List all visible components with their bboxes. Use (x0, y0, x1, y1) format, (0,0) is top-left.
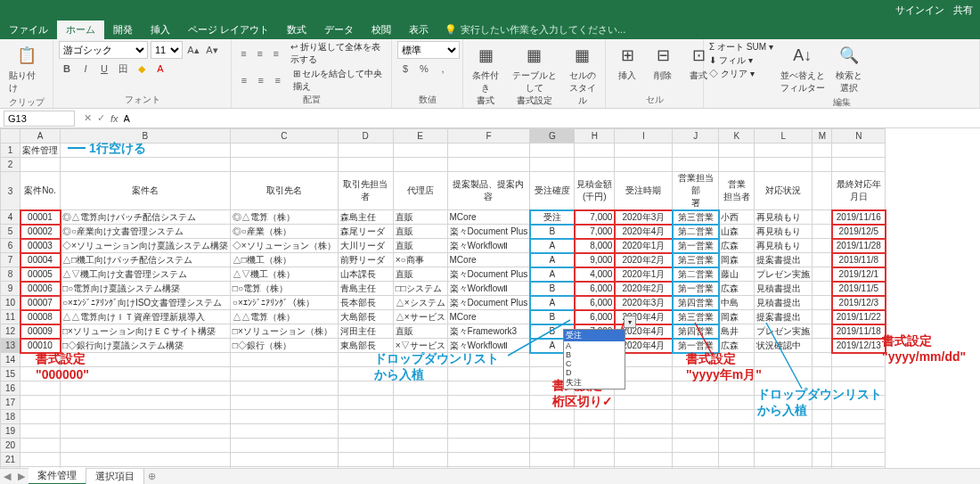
cell[interactable]: 状況確認中 (755, 339, 813, 353)
cell[interactable] (393, 410, 447, 424)
cell[interactable]: B (530, 225, 575, 239)
cell[interactable] (61, 367, 231, 381)
cell[interactable]: 直販 (393, 210, 447, 225)
cell[interactable] (813, 310, 832, 324)
cell[interactable] (813, 396, 832, 410)
cell[interactable] (813, 453, 832, 467)
cell[interactable]: □□システム (393, 282, 447, 296)
cell[interactable]: ◎△電算向けパッチ配信システム (61, 210, 231, 225)
cell[interactable]: 広森 (719, 282, 755, 296)
row-header[interactable]: 4 (1, 210, 20, 225)
column-header-cell[interactable]: 代理店 (393, 172, 447, 210)
cell[interactable]: ◎○産業（株） (230, 225, 338, 239)
cell[interactable] (755, 367, 813, 381)
cell[interactable]: 2019/11/28 (832, 239, 886, 253)
cell[interactable] (393, 353, 447, 367)
cell[interactable]: 2019/11/22 (832, 310, 886, 324)
cell[interactable]: □○電算向け稟議システム構築 (61, 282, 231, 296)
cell[interactable] (338, 353, 393, 367)
cell[interactable]: △×サービス (393, 310, 447, 324)
cell[interactable] (575, 439, 615, 453)
row-header[interactable]: 7 (1, 253, 20, 267)
tab-dev[interactable]: 開発 (104, 21, 142, 39)
cell[interactable]: 小西 (719, 210, 755, 225)
cell[interactable]: 楽々Document Plus (447, 225, 530, 239)
cell[interactable] (832, 439, 886, 453)
align-top-icon[interactable]: ≡ (237, 45, 250, 62)
col-header-A[interactable]: A (20, 129, 61, 144)
sort-filter-button[interactable]: A↓並べ替えと フィルター (777, 41, 829, 96)
cell[interactable] (447, 367, 530, 381)
cell[interactable]: 藤山 (719, 267, 755, 282)
cell[interactable] (393, 381, 447, 396)
cell[interactable] (673, 453, 719, 467)
col-header-F[interactable]: F (447, 129, 530, 144)
cell[interactable] (673, 367, 719, 381)
cell[interactable]: 第三営業 (673, 310, 719, 324)
cell[interactable] (20, 453, 61, 467)
cell[interactable]: △□機工向けパッチ配信システム (61, 253, 231, 267)
percent-icon[interactable]: % (416, 61, 432, 77)
cell[interactable]: 8,000 (575, 239, 615, 253)
cell[interactable]: 楽々WorkflowⅡ (447, 282, 530, 296)
cell[interactable] (813, 324, 832, 339)
cell[interactable]: □×ソリューション（株） (230, 324, 338, 339)
cell[interactable] (832, 424, 886, 439)
tab-view[interactable]: 表示 (400, 21, 437, 39)
col-header-K[interactable]: K (719, 129, 755, 144)
delete-cells-button[interactable]: ⊟削除 (647, 41, 679, 84)
cell[interactable] (447, 381, 530, 396)
table-format-button[interactable]: ▦テーブルとして 書式設定 (507, 41, 562, 109)
tab-formula[interactable]: 数式 (278, 21, 315, 39)
cell[interactable]: 大川リーダ (338, 239, 393, 253)
cell[interactable]: 大島部長 (338, 310, 393, 324)
column-header-cell[interactable]: 対応状況 (755, 172, 813, 210)
cell[interactable] (813, 282, 832, 296)
fx-icon[interactable]: fx (110, 113, 118, 124)
row-header[interactable]: 3 (1, 172, 20, 210)
tell-me[interactable]: 💡 実行したい作業を入力してください... (437, 21, 633, 39)
cell[interactable] (61, 396, 231, 410)
cell[interactable] (615, 439, 673, 453)
worksheet-grid[interactable]: ABCDEFGHIJKLMN1案件管理23案件No.案件名取引先名取引先担当者代… (0, 128, 980, 468)
decrease-font-icon[interactable]: A▾ (204, 42, 220, 58)
cell[interactable] (338, 381, 393, 396)
cell[interactable]: 森尾リーダ (338, 225, 393, 239)
cell[interactable]: 00007 (20, 296, 61, 310)
column-header-cell[interactable]: 最終対応年 月日 (832, 172, 886, 210)
cell[interactable] (530, 396, 575, 410)
dropdown-option[interactable]: D (564, 368, 625, 377)
new-sheet-button[interactable]: ⊕ (144, 471, 159, 482)
dropdown-option[interactable]: 受注 (564, 330, 625, 341)
cell[interactable]: B (530, 282, 575, 296)
cell[interactable] (230, 410, 338, 424)
cell[interactable]: 6,000 (575, 310, 615, 324)
cell[interactable] (813, 439, 832, 453)
cell[interactable]: □◇銀行（株） (230, 339, 338, 353)
column-header-cell[interactable]: 提案製品、提案内容 (447, 172, 530, 210)
cell[interactable] (719, 367, 755, 381)
cell[interactable] (393, 396, 447, 410)
cell[interactable] (61, 439, 231, 453)
cell[interactable] (230, 439, 338, 453)
cell[interactable]: MCore (447, 210, 530, 225)
cell[interactable] (447, 439, 530, 453)
cell[interactable] (673, 410, 719, 424)
fill-button[interactable]: ⬇ フィル ▾ (709, 54, 773, 67)
cell[interactable] (447, 353, 530, 367)
cell[interactable] (20, 396, 61, 410)
cell[interactable] (20, 410, 61, 424)
cell[interactable] (393, 439, 447, 453)
dropdown-list[interactable]: 受注ABCD失注 (563, 329, 625, 390)
wrap-text-button[interactable]: ↩ 折り返して全体を表示する (290, 41, 386, 66)
cell[interactable] (813, 381, 832, 396)
tab-home[interactable]: ホーム (57, 21, 104, 39)
row-header[interactable]: 8 (1, 267, 20, 282)
cell[interactable] (813, 410, 832, 424)
col-header-H[interactable]: H (575, 129, 615, 144)
cell[interactable] (719, 353, 755, 367)
row-header[interactable]: 17 (1, 396, 20, 410)
cell[interactable]: 直販 (393, 239, 447, 253)
cell[interactable]: ×○商事 (393, 253, 447, 267)
cell[interactable] (719, 453, 755, 467)
